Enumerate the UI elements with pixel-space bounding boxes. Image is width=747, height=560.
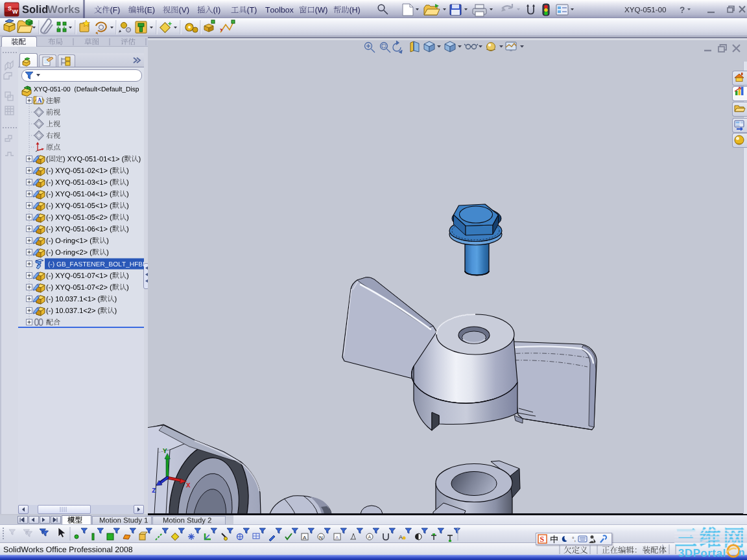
svg-text:A: A [368,535,371,539]
svg-text:Z: Z [152,487,156,495]
svg-text:A: A [335,535,339,541]
svg-text:S: S [8,5,12,12]
svg-text:S: S [540,535,545,544]
svg-text:A: A [303,535,307,541]
svg-text:n: n [739,547,745,558]
svg-text:X: X [186,482,191,489]
svg-text:W: W [12,8,18,15]
svg-text:°,: °, [572,536,576,542]
svg-text:A: A [399,534,403,541]
svg-text:3DPortal: 3DPortal [678,547,726,559]
svg-text:A: A [37,97,42,104]
svg-text:N: N [319,535,323,541]
svg-text:Y: Y [163,447,167,455]
